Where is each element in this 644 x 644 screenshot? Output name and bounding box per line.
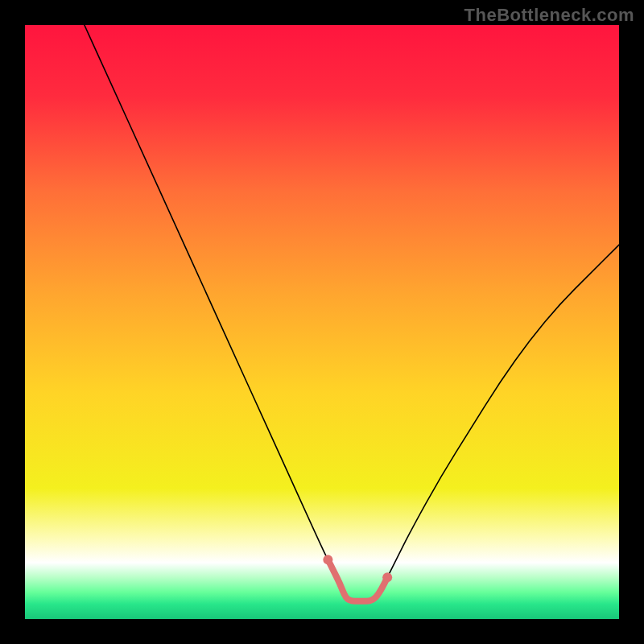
plot-area bbox=[25, 25, 619, 619]
chart-container: TheBottleneck.com bbox=[0, 0, 644, 644]
highlight-dot bbox=[382, 572, 392, 582]
curve-layer bbox=[25, 25, 619, 619]
watermark-text: TheBottleneck.com bbox=[464, 5, 634, 26]
bottleneck-curve bbox=[85, 25, 619, 601]
highlight-dot bbox=[323, 555, 332, 564]
curve-bottom-highlight bbox=[328, 559, 387, 601]
